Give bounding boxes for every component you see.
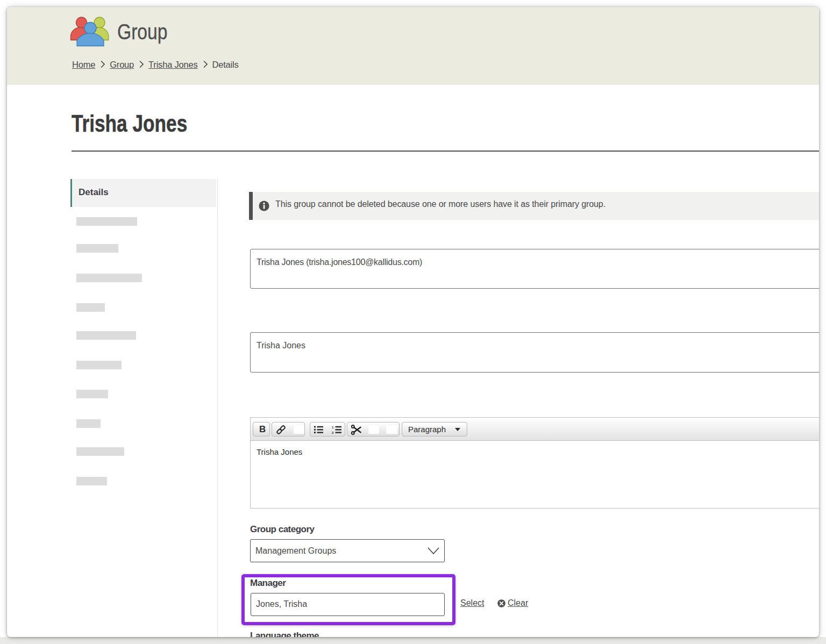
svg-text:2: 2 bbox=[332, 431, 334, 434]
svg-text:1: 1 bbox=[332, 426, 334, 429]
